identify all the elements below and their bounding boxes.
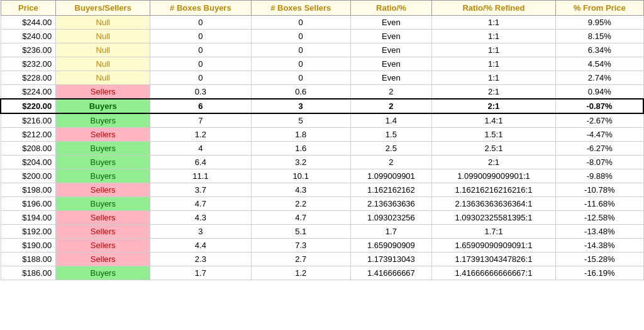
pct-from-price-cell: -15.28% xyxy=(556,253,643,266)
boxes-buyers-cell: 1.2 xyxy=(150,128,251,142)
price-cell: $186.00 xyxy=(1,266,56,280)
ratio-cell: 1.173913043 xyxy=(350,253,431,266)
price-cell: $236.00 xyxy=(1,43,56,57)
pct-from-price-cell: -4.47% xyxy=(556,128,643,142)
ratio-cell: 1.5 xyxy=(350,128,431,142)
ratio-refined-cell: 1.0990099009901:1 xyxy=(431,169,555,183)
boxes-sellers-cell: 4.7 xyxy=(251,211,350,225)
ratio-cell: 1.099009901 xyxy=(350,169,431,183)
boxes-buyers-cell: 0 xyxy=(150,30,251,43)
ratio-cell: 2.5 xyxy=(350,142,431,156)
boxes-buyers-cell: 4.7 xyxy=(150,197,251,211)
boxes-buyers-cell: 3 xyxy=(150,225,251,239)
column-header-price: Price xyxy=(1,1,56,16)
ratio-refined-cell: 1:1 xyxy=(431,43,555,57)
boxes-buyers-cell: 4 xyxy=(150,142,251,156)
buyers-sellers-cell: Buyers xyxy=(56,169,150,183)
boxes-sellers-cell: 0.6 xyxy=(251,85,350,100)
buyers-sellers-cell: Null xyxy=(56,43,150,57)
ratio-cell: 2 xyxy=(350,85,431,100)
ratio-cell: Even xyxy=(350,30,431,43)
pct-from-price-cell: -11.68% xyxy=(556,197,643,211)
price-cell: $220.00 xyxy=(1,99,56,113)
ratio-refined-cell: 2:1 xyxy=(431,156,555,169)
boxes-buyers-cell: 0 xyxy=(150,71,251,85)
boxes-buyers-cell: 6.4 xyxy=(150,156,251,169)
pct-from-price-cell: -8.07% xyxy=(556,156,643,169)
ratio-cell: 1.7 xyxy=(350,225,431,239)
price-cell: $240.00 xyxy=(1,30,56,43)
price-cell: $200.00 xyxy=(1,169,56,183)
buyers-sellers-cell: Buyers xyxy=(56,99,150,113)
pct-from-price-cell: -2.67% xyxy=(556,113,643,128)
ratio-refined-cell: 1:1 xyxy=(431,57,555,71)
buyers-sellers-cell: Buyers xyxy=(56,142,150,156)
buyers-sellers-cell: Sellers xyxy=(56,211,150,225)
pct-from-price-cell: -10.78% xyxy=(556,183,643,197)
buyers-sellers-cell: Sellers xyxy=(56,239,150,253)
main-table: PriceBuyers/Sellers# Boxes Buyers# Boxes… xyxy=(0,0,644,280)
ratio-cell: 2.136363636 xyxy=(350,197,431,211)
column-header---boxes-buyers: # Boxes Buyers xyxy=(150,1,251,16)
boxes-buyers-cell: 3.7 xyxy=(150,183,251,197)
ratio-cell: 1.162162162 xyxy=(350,183,431,197)
ratio-cell: 1.4 xyxy=(350,113,431,128)
pct-from-price-cell: 8.15% xyxy=(556,30,643,43)
column-header-ratio---refined: Ratio/% Refined xyxy=(431,1,555,16)
pct-from-price-cell: -16.19% xyxy=(556,266,643,280)
boxes-buyers-cell: 4.3 xyxy=(150,211,251,225)
price-cell: $196.00 xyxy=(1,197,56,211)
boxes-sellers-cell: 1.6 xyxy=(251,142,350,156)
buyers-sellers-cell: Null xyxy=(56,71,150,85)
buyers-sellers-cell: Sellers xyxy=(56,85,150,100)
price-cell: $194.00 xyxy=(1,211,56,225)
boxes-buyers-cell: 0.3 xyxy=(150,85,251,100)
boxes-buyers-cell: 6 xyxy=(150,99,251,113)
price-cell: $208.00 xyxy=(1,142,56,156)
boxes-sellers-cell: 5.1 xyxy=(251,225,350,239)
buyers-sellers-cell: Sellers xyxy=(56,253,150,266)
boxes-sellers-cell: 3.2 xyxy=(251,156,350,169)
ratio-refined-cell: 2:1 xyxy=(431,99,555,113)
boxes-sellers-cell: 7.3 xyxy=(251,239,350,253)
boxes-buyers-cell: 4.4 xyxy=(150,239,251,253)
buyers-sellers-cell: Buyers xyxy=(56,156,150,169)
boxes-sellers-cell: 1.2 xyxy=(251,266,350,280)
ratio-cell: 1.659090909 xyxy=(350,239,431,253)
buyers-sellers-cell: Null xyxy=(56,30,150,43)
ratio-cell: Even xyxy=(350,71,431,85)
column-header---boxes-sellers: # Boxes Sellers xyxy=(251,1,350,16)
boxes-sellers-cell: 3 xyxy=(251,99,350,113)
price-cell: $212.00 xyxy=(1,128,56,142)
ratio-refined-cell: 1.7:1 xyxy=(431,225,555,239)
pct-from-price-cell: 2.74% xyxy=(556,71,643,85)
ratio-refined-cell: 1.41666666666667:1 xyxy=(431,266,555,280)
boxes-sellers-cell: 10.1 xyxy=(251,169,350,183)
boxes-sellers-cell: 0 xyxy=(251,16,350,30)
pct-from-price-cell: -6.27% xyxy=(556,142,643,156)
buyers-sellers-cell: Null xyxy=(56,16,150,30)
price-cell: $244.00 xyxy=(1,16,56,30)
ratio-refined-cell: 1.09302325581395:1 xyxy=(431,211,555,225)
ratio-refined-cell: 1.65909090909091:1 xyxy=(431,239,555,253)
boxes-sellers-cell: 0 xyxy=(251,30,350,43)
boxes-sellers-cell: 1.8 xyxy=(251,128,350,142)
boxes-buyers-cell: 11.1 xyxy=(150,169,251,183)
boxes-sellers-cell: 5 xyxy=(251,113,350,128)
buyers-sellers-cell: Null xyxy=(56,57,150,71)
boxes-sellers-cell: 0 xyxy=(251,71,350,85)
pct-from-price-cell: 9.95% xyxy=(556,16,643,30)
column-header---from-price: % From Price xyxy=(556,1,643,16)
buyers-sellers-cell: Buyers xyxy=(56,113,150,128)
pct-from-price-cell: -14.38% xyxy=(556,239,643,253)
price-cell: $228.00 xyxy=(1,71,56,85)
boxes-buyers-cell: 7 xyxy=(150,113,251,128)
column-header-buyers-sellers: Buyers/Sellers xyxy=(56,1,150,16)
ratio-refined-cell: 1.5:1 xyxy=(431,128,555,142)
price-cell: $232.00 xyxy=(1,57,56,71)
ratio-refined-cell: 2.5:1 xyxy=(431,142,555,156)
boxes-sellers-cell: 2.2 xyxy=(251,197,350,211)
ratio-refined-cell: 1.4:1 xyxy=(431,113,555,128)
boxes-buyers-cell: 0 xyxy=(150,57,251,71)
boxes-sellers-cell: 0 xyxy=(251,43,350,57)
